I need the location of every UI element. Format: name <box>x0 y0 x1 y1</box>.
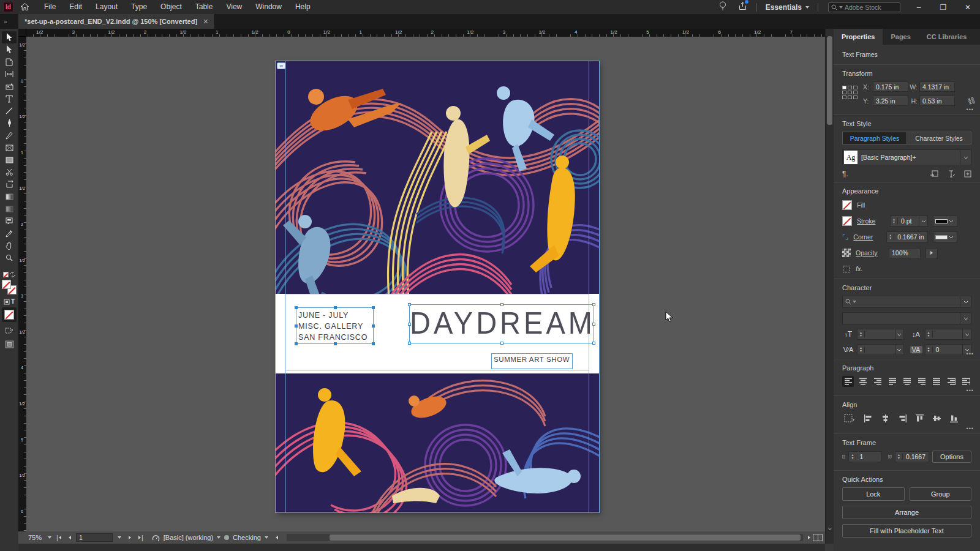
paragraph-align-left-button[interactable] <box>842 376 854 387</box>
swap-fill-stroke-icon[interactable] <box>3 272 15 277</box>
character-more-options[interactable]: ••• <box>967 351 974 357</box>
selection-handle[interactable] <box>592 323 595 326</box>
free-transform-tool[interactable] <box>2 178 17 190</box>
paragraph-justify-right-button[interactable] <box>916 376 927 387</box>
tab-overflow-chevrons[interactable]: » <box>0 14 18 29</box>
tab-paragraph-styles[interactable]: Paragraph Styles <box>843 132 907 144</box>
fill-with-placeholder-button[interactable]: Fill with Placeholder Text <box>842 524 971 538</box>
selection-handle[interactable] <box>408 342 411 345</box>
horizontal-ruler[interactable]: 1/231/221/211/201/211/221/231/241/251/26… <box>26 29 825 37</box>
title-text-frame[interactable]: DAYDREAM <box>409 304 594 343</box>
corner-link[interactable]: Corner <box>853 233 881 241</box>
fill-swatch[interactable] <box>2 280 11 289</box>
vertical-scrollbar-thumb[interactable] <box>827 36 832 125</box>
page-number-field[interactable]: 1 <box>76 533 113 542</box>
restore-button[interactable]: ❐ <box>931 0 956 14</box>
leading-stepper[interactable]: ▴▾ <box>925 329 972 340</box>
gutter-stepper[interactable]: ▴▾0.1667 <box>895 451 929 462</box>
selection-handle[interactable] <box>408 303 411 306</box>
selection-handle[interactable] <box>592 342 595 345</box>
reference-point-proxy[interactable] <box>842 86 858 99</box>
selection-handle[interactable] <box>592 303 595 306</box>
kerning-stepper[interactable]: ▴▾ <box>857 344 904 355</box>
menu-item[interactable]: Layout <box>89 0 124 14</box>
scissors-tool[interactable] <box>2 166 17 178</box>
paragraph-align-right-button[interactable] <box>872 376 883 387</box>
rectangle-frame-tool[interactable] <box>2 141 17 154</box>
corner-radius-stepper[interactable]: ▴▾0.1667 in <box>886 231 927 242</box>
align-top-edges-button[interactable] <box>914 413 925 424</box>
panel-tab[interactable]: CC Libraries <box>919 29 974 45</box>
transform-more-options[interactable]: ••• <box>967 107 974 113</box>
font-size-stepper[interactable]: ▴▾ <box>857 329 904 340</box>
top-artwork-frame[interactable] <box>276 61 599 294</box>
vertical-ruler[interactable]: 1/201/211/221/231/241/251/261/2 <box>18 37 26 531</box>
opacity-link[interactable]: Opacity <box>856 249 884 257</box>
corner-shape-dropdown[interactable] <box>933 231 957 242</box>
horizontal-scrollbar[interactable] <box>287 534 803 541</box>
pen-tool[interactable] <box>2 117 17 129</box>
align-more-options[interactable]: ••• <box>967 425 974 432</box>
paragraph-justify-all-button[interactable] <box>930 376 942 387</box>
preflight-controls[interactable]: [Basic] (working) Checking <box>152 534 268 541</box>
next-page-button[interactable] <box>126 536 134 539</box>
menu-item[interactable]: File <box>37 0 62 14</box>
gradient-feather-tool[interactable] <box>2 203 17 215</box>
panel-tab[interactable]: Properties <box>834 29 883 45</box>
align-bottom-edges-button[interactable] <box>948 413 960 424</box>
w-field[interactable]: 4.1317 in <box>919 81 955 92</box>
canvas-pasteboard[interactable]: ∞ JUNE - JULY MISC. GALLERY SAN FRANCISC… <box>26 37 825 531</box>
paragraph-align-toward-spine-button[interactable] <box>945 376 957 387</box>
menu-item[interactable]: Type <box>124 0 154 14</box>
adobe-stock-search-input[interactable]: Adobe Stock <box>828 2 900 12</box>
learn-lightbulb-icon[interactable] <box>719 1 726 13</box>
eyedropper-tool[interactable] <box>2 227 17 239</box>
align-right-edges-button[interactable] <box>897 413 908 424</box>
stroke-type-dropdown[interactable] <box>933 216 957 227</box>
align-vertical-centers-button[interactable] <box>931 413 943 424</box>
last-page-button[interactable]: | <box>136 534 146 541</box>
selection-handle[interactable] <box>334 342 337 345</box>
selection-handle[interactable] <box>408 323 411 326</box>
panel-tab[interactable]: Pages <box>883 29 918 45</box>
paragraph-align-away-spine-button[interactable] <box>960 376 971 387</box>
ruler-origin-corner[interactable] <box>18 29 26 37</box>
fx-label[interactable]: fx. <box>856 265 863 272</box>
object-effects-icon[interactable] <box>842 265 851 273</box>
rectangle-tool[interactable] <box>2 154 17 166</box>
menu-item[interactable]: Table <box>189 0 220 14</box>
close-button[interactable]: ✕ <box>956 0 980 14</box>
content-collector-tool[interactable] <box>2 80 17 92</box>
align-horizontal-centers-button[interactable] <box>880 413 891 424</box>
arrange-button[interactable]: Arrange <box>842 506 971 519</box>
font-family-dropdown[interactable] <box>842 296 971 308</box>
style-override-icon[interactable] <box>947 170 956 178</box>
gradient-swatch-tool[interactable] <box>2 190 17 203</box>
postcard-page[interactable]: ∞ JUNE - JULY MISC. GALLERY SAN FRANCISC… <box>276 61 599 512</box>
pencil-tool[interactable] <box>2 129 17 141</box>
selection-handle[interactable] <box>295 324 298 328</box>
apply-none-button[interactable] <box>2 307 17 322</box>
menu-item[interactable]: View <box>219 0 249 14</box>
tracking-stepper[interactable]: ▴▾0 <box>925 344 972 355</box>
home-icon[interactable] <box>21 2 29 13</box>
selection-handle[interactable] <box>372 324 375 328</box>
selection-handle[interactable] <box>372 342 375 345</box>
stroke-color-swatch[interactable] <box>842 216 852 226</box>
paragraph-justify-center-button[interactable] <box>901 376 913 387</box>
selection-handle[interactable] <box>334 306 337 309</box>
x-field[interactable]: 0.175 in <box>873 81 908 92</box>
opacity-expand-button[interactable] <box>925 248 938 258</box>
minimize-button[interactable]: – <box>907 0 931 14</box>
opacity-field[interactable]: 100% <box>889 248 921 258</box>
paragraph-style-dropdown[interactable]: Ag [Basic Paragraph]+ <box>842 149 971 165</box>
info-text-frame[interactable]: JUNE - JULY MISC. GALLERY SAN FRANCISCO <box>296 307 374 344</box>
y-field[interactable]: 3.25 in <box>873 96 908 106</box>
selection-handle[interactable] <box>372 306 375 309</box>
paragraph-justify-left-button[interactable] <box>886 376 898 387</box>
selection-handle[interactable] <box>295 342 298 345</box>
paragraph-align-center-button[interactable] <box>857 376 869 387</box>
banner-text-frame[interactable]: SUMMER ART SHOW <box>491 353 573 369</box>
screen-mode-button[interactable] <box>2 338 17 350</box>
first-page-button[interactable]: | <box>54 534 64 541</box>
